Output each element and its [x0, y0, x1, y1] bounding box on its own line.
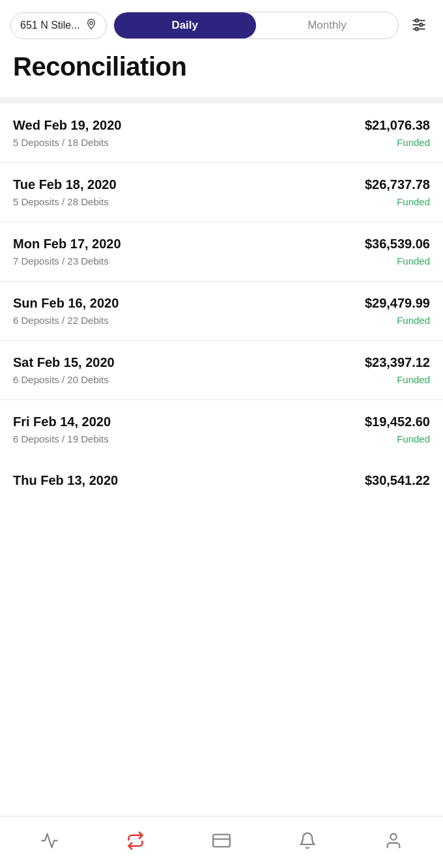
- day-subtitle: 6 Deposits / 20 Debits: [13, 374, 115, 385]
- day-right: $36,539.06 Funded: [365, 237, 430, 267]
- nav-item-profile[interactable]: [350, 826, 436, 859]
- day-subtitle: 6 Deposits / 22 Debits: [13, 315, 119, 326]
- svg-point-5: [420, 23, 422, 25]
- nav-item-notifications[interactable]: [264, 826, 350, 859]
- partial-day-date: Thu Feb 13, 2020: [13, 473, 118, 488]
- day-date: Tue Feb 18, 2020: [13, 177, 117, 192]
- day-subtitle: 7 Deposits / 23 Debits: [13, 255, 121, 267]
- day-amount: $21,076.38: [365, 118, 430, 133]
- day-item[interactable]: Tue Feb 18, 2020 5 Deposits / 28 Debits …: [0, 163, 443, 222]
- day-left: Tue Feb 18, 2020 5 Deposits / 28 Debits: [13, 177, 117, 207]
- day-date: Fri Feb 14, 2020: [13, 414, 111, 429]
- day-date: Sun Feb 16, 2020: [13, 296, 119, 311]
- day-amount: $29,479.99: [365, 296, 430, 311]
- day-amount: $26,737.78: [365, 177, 430, 192]
- day-status: Funded: [365, 255, 430, 267]
- day-date: Mon Feb 17, 2020: [13, 237, 121, 252]
- nav-item-dashboard[interactable]: [7, 826, 93, 859]
- day-left: Sat Feb 15, 2020 6 Deposits / 20 Debits: [13, 355, 115, 385]
- day-item[interactable]: Fri Feb 14, 2020 6 Deposits / 19 Debits …: [0, 400, 443, 459]
- page-title: Reconciliation: [0, 46, 443, 97]
- filter-button[interactable]: [405, 12, 433, 39]
- day-item[interactable]: Mon Feb 17, 2020 7 Deposits / 23 Debits …: [0, 222, 443, 282]
- card-icon: [212, 832, 231, 854]
- day-right: $29,479.99 Funded: [365, 296, 430, 326]
- day-right: $26,737.78 Funded: [365, 177, 430, 207]
- day-left: Fri Feb 14, 2020 6 Deposits / 19 Debits: [13, 414, 111, 444]
- location-selector[interactable]: 651 N Stile...: [10, 12, 107, 39]
- day-date: Wed Feb 19, 2020: [13, 118, 121, 133]
- nav-item-reconciliation[interactable]: [93, 826, 179, 859]
- reconcile-icon: [126, 832, 145, 854]
- nav-item-cards[interactable]: [179, 826, 264, 859]
- partial-day-left: Thu Feb 13, 2020: [13, 473, 118, 492]
- bottom-spacer: [0, 499, 443, 551]
- day-status: Funded: [365, 433, 430, 444]
- day-item[interactable]: Sat Feb 15, 2020 6 Deposits / 20 Debits …: [0, 341, 443, 400]
- header: 651 N Stile... Daily Monthly: [0, 0, 443, 46]
- sliders-icon: [410, 16, 427, 35]
- svg-point-9: [390, 833, 396, 839]
- day-amount: $23,397.12: [365, 355, 430, 370]
- day-subtitle: 5 Deposits / 18 Debits: [13, 137, 121, 148]
- reconciliation-list: Wed Feb 19, 2020 5 Deposits / 18 Debits …: [0, 104, 443, 459]
- svg-point-4: [416, 19, 418, 22]
- person-icon: [384, 832, 403, 854]
- partial-day-amount: $30,541.22: [365, 473, 430, 488]
- day-right: $21,076.38 Funded: [365, 118, 430, 148]
- svg-point-6: [416, 27, 418, 30]
- partial-day-right: $30,541.22: [365, 473, 430, 492]
- day-status: Funded: [365, 196, 430, 207]
- day-left: Sun Feb 16, 2020 6 Deposits / 22 Debits: [13, 296, 119, 326]
- day-status: Funded: [365, 137, 430, 148]
- monthly-tab[interactable]: Monthly: [256, 12, 398, 38]
- day-left: Wed Feb 19, 2020 5 Deposits / 18 Debits: [13, 118, 121, 148]
- section-divider: [0, 97, 443, 104]
- day-right: $23,397.12 Funded: [365, 355, 430, 385]
- day-amount: $19,452.60: [365, 414, 430, 429]
- day-status: Funded: [365, 315, 430, 326]
- day-right: $19,452.60 Funded: [365, 414, 430, 444]
- svg-rect-7: [213, 834, 230, 846]
- day-item[interactable]: Wed Feb 19, 2020 5 Deposits / 18 Debits …: [0, 104, 443, 163]
- day-amount: $36,539.06: [365, 237, 430, 252]
- day-status: Funded: [365, 374, 430, 385]
- view-toggle: Daily Monthly: [113, 12, 399, 39]
- partial-day-item[interactable]: Thu Feb 13, 2020 $30,541.22: [0, 459, 443, 499]
- chart-icon: [40, 832, 59, 854]
- day-item[interactable]: Sun Feb 16, 2020 6 Deposits / 22 Debits …: [0, 282, 443, 341]
- bell-icon: [298, 832, 317, 854]
- location-icon: [85, 18, 97, 33]
- location-text: 651 N Stile...: [20, 20, 80, 31]
- day-left: Mon Feb 17, 2020 7 Deposits / 23 Debits: [13, 237, 121, 267]
- svg-point-0: [89, 22, 93, 25]
- day-date: Sat Feb 15, 2020: [13, 355, 115, 370]
- day-subtitle: 5 Deposits / 28 Debits: [13, 196, 117, 207]
- daily-tab[interactable]: Daily: [114, 12, 256, 38]
- day-subtitle: 6 Deposits / 19 Debits: [13, 433, 111, 444]
- bottom-navigation: [0, 816, 443, 868]
